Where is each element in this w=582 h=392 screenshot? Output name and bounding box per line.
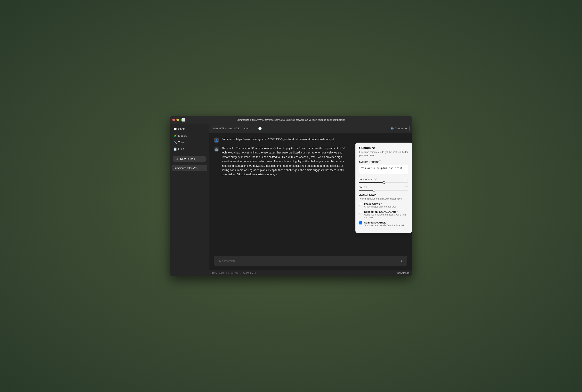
sidebar-toggle-icon[interactable]: ⬜ [182, 118, 186, 122]
thread-list-item[interactable]: Summarize https://w... [172, 165, 207, 171]
gear-icon: ⚙️ [391, 127, 394, 130]
sidebar-item-chats[interactable]: 💬 Chats [172, 126, 207, 132]
history-icon[interactable]: 🕐 [257, 126, 263, 131]
downloads-link[interactable]: Downloads [397, 272, 409, 274]
top-p-slider-row: Top P i 0.3 [359, 186, 408, 190]
active-tools-subtitle: Tools help augment an LLM's capabilities… [359, 197, 408, 200]
summarize-article-desc: Summarize an article from the internet [364, 224, 404, 227]
new-thread-button[interactable]: ⊕ New Thread [173, 156, 206, 162]
tool-item-image-crawler: Image Crawler Crawl images on the open w… [359, 202, 408, 208]
window-title: Summarize https://www.theverge.com/23991… [236, 118, 346, 121]
customize-label: Customize [395, 127, 407, 130]
summarize-article-checkbox[interactable]: ✓ [359, 221, 362, 224]
panel-title: Customize [359, 146, 408, 150]
content-with-panel: 👤 Summarize https://www.theverge.com/239… [209, 133, 412, 270]
sidebar-label-chats: Chats [178, 128, 185, 131]
message-row-user: 👤 Summarize https://www.theverge.com/239… [214, 137, 347, 143]
content-area: Mistral 7B Instruct v0.1 4-bit ⌃⌄ 🕐 ⚙️ C… [209, 124, 412, 276]
tool-info-image-crawler: Image Crawler Crawl images on the open w… [364, 202, 396, 208]
traffic-lights [172, 118, 183, 121]
top-p-fill [359, 190, 374, 190]
tool-info-random-number: Random Number Generator Generate a rando… [364, 210, 408, 219]
panel-subtitle: Fine-tune parameters to get the best res… [359, 150, 408, 157]
summarize-article-name: Summarize Article [364, 221, 404, 224]
models-icon: 🧩 [173, 134, 177, 137]
input-area: ➤ [209, 254, 412, 270]
bot-message-content: The article "The race to 5G is over — no… [221, 146, 347, 177]
top-p-info-icon[interactable]: i [366, 186, 369, 188]
chat-input[interactable] [217, 260, 399, 262]
image-crawler-desc: Crawl images on the open web [364, 205, 396, 208]
random-number-name: Random Number Generator [364, 210, 408, 213]
temperature-thumb[interactable] [382, 181, 385, 184]
temperature-fill [359, 182, 384, 183]
user-avatar: 👤 [214, 138, 219, 143]
system-prompt-label: System Prompt i [359, 160, 408, 163]
temperature-value: 0.5 [405, 178, 408, 181]
top-p-value: 0.3 [405, 186, 408, 188]
top-p-thumb[interactable] [373, 189, 375, 192]
new-thread-label: New Thread [180, 158, 195, 160]
plus-icon: ⊕ [176, 158, 179, 160]
sidebar-label-models: Models [178, 134, 187, 137]
image-crawler-name: Image Crawler [364, 202, 396, 205]
sidebar: 💬 Chats 🧩 Models 🔧 Tools 📄 Files ⊕ New T… [170, 124, 209, 276]
sidebar-item-models[interactable]: 🧩 Models [172, 133, 207, 139]
customize-panel: Customize Fine-tune parameters to get th… [355, 142, 412, 233]
customize-button[interactable]: ⚙️ Customize [388, 126, 410, 131]
ram-cpu-status: RAM usage: 1.82 GB / CPU usage: 0.55% [212, 272, 256, 274]
chats-icon: 💬 [173, 128, 177, 131]
chevron-up-down-icon: ⌃⌄ [250, 127, 253, 130]
title-bar: ⬜ Summarize https://www.theverge.com/239… [170, 116, 412, 124]
minimize-button[interactable] [176, 118, 179, 121]
input-container: ➤ [214, 256, 407, 266]
bit-label: 4-bit [244, 127, 249, 130]
tools-icon: 🔧 [173, 141, 177, 144]
bot-avatar: 🤖 [214, 146, 219, 152]
system-prompt-info-icon[interactable]: i [378, 160, 381, 163]
close-button[interactable] [172, 118, 175, 121]
model-selector[interactable]: Mistral 7B Instruct v0.1 [211, 126, 241, 131]
temperature-slider-row: Temperature i 0.5 [359, 178, 408, 183]
message-row-bot: 🤖 The article "The race to 5G is over — … [214, 146, 347, 177]
sidebar-label-tools: Tools [178, 141, 185, 144]
temperature-track[interactable] [359, 182, 408, 183]
toolbar: Mistral 7B Instruct v0.1 4-bit ⌃⌄ 🕐 ⚙️ C… [209, 124, 412, 133]
temperature-info-icon[interactable]: i [374, 178, 377, 181]
user-message-content: Summarize https://www.theverge.com/23991… [221, 137, 347, 143]
sidebar-label-files: Files [178, 148, 184, 150]
system-prompt-textarea[interactable]: You are a helpful assistant. [359, 165, 408, 174]
status-bar: RAM usage: 1.82 GB / CPU usage: 0.55% Do… [209, 270, 412, 276]
active-tools-title: Active Tools [359, 193, 408, 196]
files-icon: 📄 [173, 148, 177, 150]
tool-item-summarize-article: ✓ Summarize Article Summarize an article… [359, 221, 408, 227]
sidebar-item-files[interactable]: 📄 Files [172, 146, 207, 152]
sidebar-item-tools[interactable]: 🔧 Tools [172, 140, 207, 145]
random-number-desc: Generate a random number given a min and… [364, 213, 408, 219]
tool-item-random-number: Random Number Generator Generate a rando… [359, 210, 408, 219]
temperature-label: Temperature i [359, 178, 377, 181]
model-label: Mistral 7B Instruct v0.1 [213, 127, 239, 130]
random-number-checkbox[interactable] [359, 211, 362, 214]
send-button[interactable]: ➤ [399, 258, 404, 264]
tool-info-summarize-article: Summarize Article Summarize an article f… [364, 221, 404, 227]
top-p-label: Top P i [359, 186, 369, 188]
bit-selector[interactable]: 4-bit ⌃⌄ [243, 126, 255, 131]
image-crawler-checkbox[interactable] [359, 203, 362, 206]
top-p-track[interactable] [359, 190, 408, 190]
